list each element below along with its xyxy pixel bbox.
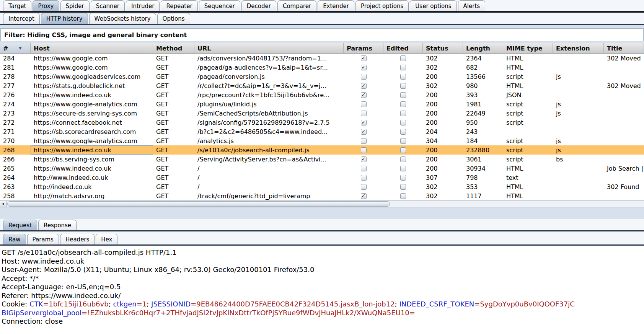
cell-extension (553, 63, 604, 72)
cell-edited (383, 164, 423, 173)
cell-mime-type: script (503, 72, 553, 81)
scrollbar-thumb[interactable] (7, 201, 390, 207)
cell-status: 302 (423, 191, 463, 200)
cell-status: 304 (423, 136, 463, 145)
tab-intruder[interactable]: Intruder (126, 0, 160, 11)
http-history-row-281[interactable]: 281 https://www.google.com GET /pagead/g… (0, 63, 644, 72)
cell-mime-type: script (503, 118, 553, 127)
tab-user-options[interactable]: User options (410, 0, 457, 11)
cell-url: /ads/conversion/940481753/?random=1... (194, 54, 344, 63)
table-horizontal-scrollbar[interactable] (0, 200, 644, 207)
column-header-params[interactable]: Params (344, 43, 383, 53)
cell-edited (383, 72, 423, 81)
cell-number: 265 (0, 164, 31, 173)
tab-sequencer[interactable]: Sequencer (199, 0, 240, 11)
http-history-row-276[interactable]: 276 https://www.indeed.co.uk GET /rpc/pr… (0, 90, 644, 99)
column-header-extension[interactable]: Extension (553, 43, 604, 53)
cell-title (604, 173, 644, 182)
tab-target[interactable]: Target (3, 0, 31, 11)
http-history-row-263[interactable]: 263 http://indeed.co.uk GET / 302 353 HT… (0, 182, 644, 191)
http-history-row-265[interactable]: 265 https://www.indeed.co.uk GET / 200 3… (0, 164, 644, 173)
cell-method: GET (153, 155, 194, 164)
cell-method: GET (153, 145, 194, 155)
http-history-row-277[interactable]: 277 https://stats.g.doubleclick.net GET … (0, 81, 644, 90)
cell-number: 271 (0, 127, 31, 136)
tab-raw[interactable]: Raw (3, 234, 26, 244)
cell-method: GET (153, 81, 194, 90)
tab-decoder[interactable]: Decoder (241, 0, 276, 11)
tab-http-history[interactable]: HTTP history (41, 13, 88, 24)
tab-options[interactable]: Options (157, 13, 190, 24)
http-history-row-271[interactable]: 271 https://sb.scorecardresearch.com GET… (0, 127, 644, 136)
cell-edited (383, 173, 423, 182)
http-history-row-258[interactable]: 258 http://match.adsrvr.org GET /track/c… (0, 191, 644, 200)
cell-host: https://www.indeed.co.uk (31, 145, 153, 155)
cell-url: /pagead/ga-audiences?v=1&aip=1&t=sr... (194, 63, 344, 72)
tab-project-options[interactable]: Project options (355, 0, 409, 11)
tab-request[interactable]: Request (3, 220, 37, 230)
cell-method: GET (153, 173, 194, 182)
cell-title: 302 Found (604, 182, 644, 191)
cell-params: ✓ (344, 118, 383, 127)
column-header-edited[interactable]: Edited (383, 43, 423, 53)
tab-websockets-history[interactable]: WebSockets history (89, 13, 156, 24)
tab-scanner[interactable]: Scanner (91, 0, 125, 11)
tab-hex[interactable]: Hex (96, 234, 117, 244)
column-header-title[interactable]: Title (604, 43, 644, 53)
column-header-number[interactable]: # ▼ (0, 43, 31, 53)
tab-headers[interactable]: Headers (60, 234, 95, 244)
column-header-status[interactable]: Status (423, 43, 463, 53)
cell-host: https://secure-ds.serving-sys.com (31, 109, 153, 118)
cell-mime-type: text (503, 173, 553, 182)
tab-repeater[interactable]: Repeater (161, 0, 197, 11)
tab-comparer[interactable]: Comparer (277, 0, 316, 11)
request-editor[interactable]: GET /s/e101a0c/jobsearch-all-compiled.js… (0, 246, 644, 334)
http-history-row-270[interactable]: 270 https://www.google-analytics.com GET… (0, 136, 644, 145)
params-checkbox (361, 175, 367, 181)
edited-checkbox (400, 175, 406, 181)
column-header-url[interactable]: URL (194, 43, 344, 53)
request-line: Accept-Language: en-US,en;q=0.5 (2, 283, 642, 292)
cell-edited (383, 191, 423, 200)
tab-proxy[interactable]: Proxy (33, 0, 59, 11)
column-header-method[interactable]: Method (153, 43, 194, 53)
filter-bar[interactable]: Filter: Hiding CSS, image and general bi… (0, 28, 644, 41)
column-header-length[interactable]: Length (463, 43, 503, 53)
cell-extension (553, 90, 604, 99)
scroll-left-button[interactable] (0, 201, 7, 207)
http-history-row-272[interactable]: 272 https://connect.facebook.net GET /si… (0, 118, 644, 127)
column-header-host[interactable]: Host (31, 43, 153, 53)
tab-extender[interactable]: Extender (318, 0, 354, 11)
scroll-left-icon (2, 202, 4, 205)
http-history-row-273[interactable]: 273 https://secure-ds.serving-sys.com GE… (0, 109, 644, 118)
http-history-row-284[interactable]: 284 https://www.google.com GET /ads/conv… (0, 54, 644, 63)
params-checkbox: ✓ (361, 120, 367, 125)
cell-mime-type: script (503, 145, 553, 155)
tab-spider[interactable]: Spider (60, 0, 90, 11)
cell-length: 3061 (463, 155, 503, 164)
cell-params (344, 72, 383, 81)
http-history-row-278[interactable]: 278 https://www.googleadservices.com GET… (0, 72, 644, 81)
cell-edited (383, 182, 423, 191)
http-history-row-274[interactable]: 274 https://www.google-analytics.com GET… (0, 99, 644, 109)
cell-params (344, 99, 383, 109)
cell-length: 184 (463, 136, 503, 145)
params-checkbox: ✓ (361, 55, 367, 61)
cell-extension: js (553, 136, 604, 145)
cell-extension (553, 191, 604, 200)
cell-length: 980 (463, 81, 503, 90)
cell-length: 798 (463, 173, 503, 182)
params-checkbox (361, 111, 367, 116)
tab-intercept[interactable]: Intercept (3, 13, 40, 24)
cell-title (604, 63, 644, 72)
column-header-mime-type[interactable]: MIME type (503, 43, 553, 53)
http-history-row-266[interactable]: 266 https://bs.serving-sys.com GET /Serv… (0, 155, 644, 164)
tab-params[interactable]: Params (27, 234, 59, 244)
cell-title (604, 118, 644, 127)
http-history-row-268[interactable]: 268 https://www.indeed.co.uk GET /s/e101… (0, 145, 644, 155)
http-history-row-264[interactable]: 264 http://www.indeed.co.uk GET / 307 79… (0, 173, 644, 182)
tab-alerts[interactable]: Alerts (458, 0, 486, 11)
params-checkbox (361, 101, 367, 107)
cell-edited (383, 63, 423, 72)
tab-response[interactable]: Response (38, 220, 77, 230)
